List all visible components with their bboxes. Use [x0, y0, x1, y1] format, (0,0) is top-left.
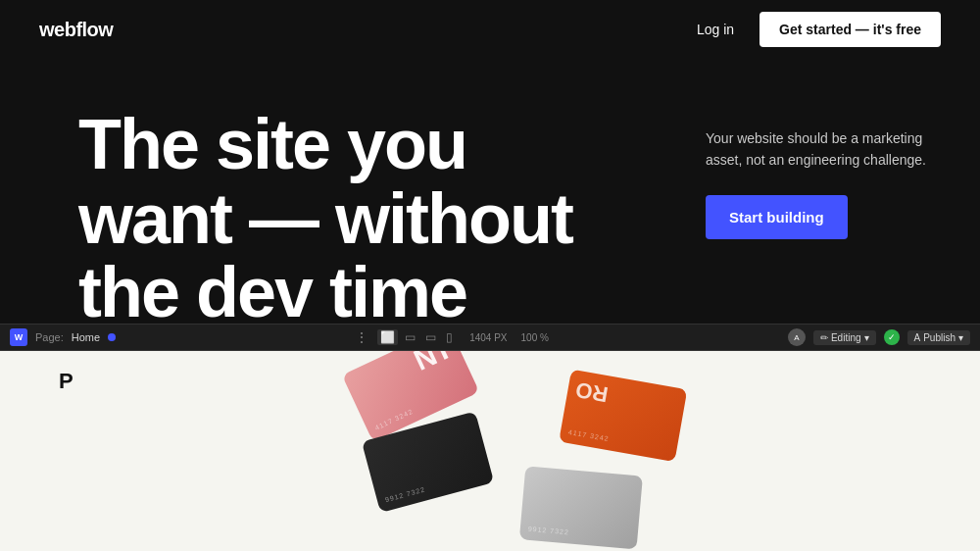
nav-actions: Log in Get started — it's free [681, 12, 941, 47]
editing-mode-button[interactable]: ✏ Editing ▾ [813, 330, 876, 345]
desktop-icon[interactable]: ⬜ [377, 329, 398, 345]
page-label: Page: [35, 331, 64, 343]
card-pink-number: 4117 3242 [373, 408, 414, 431]
hero-headline: The site you want — without the dev time [78, 108, 647, 330]
headline-line3: the dev time [78, 253, 466, 331]
chevron-icon: ▾ [864, 332, 869, 343]
user-avatar: A [788, 328, 806, 346]
card-pink-text: NT [410, 351, 456, 376]
hero-left: The site you want — without the dev time [0, 78, 686, 330]
tablet-icon[interactable]: ▭ [402, 329, 418, 345]
get-started-button[interactable]: Get started — it's free [760, 12, 941, 47]
publish-button[interactable]: A Publish ▾ [907, 330, 970, 345]
preview-brand-logo: P [59, 371, 74, 392]
headline-line1: The site you [78, 105, 466, 183]
start-building-button[interactable]: Start building [706, 195, 848, 239]
canvas-zoom: 100 % [521, 332, 549, 343]
webflow-editor-logo: W [10, 328, 27, 346]
page-name[interactable]: Home [72, 331, 100, 343]
mobile-landscape-icon[interactable]: ▭ [422, 329, 439, 345]
cards-display-area: NT 4117 3242 9912 7322 RO 4117 3242 9912… [294, 351, 980, 551]
publish-label: Publish [923, 332, 956, 343]
card-orange-text: RO [574, 378, 610, 405]
canvas-size: 1404 PX [469, 332, 507, 343]
hero-subtext: Your website should be a marketing asset… [706, 127, 941, 172]
login-button[interactable]: Log in [681, 14, 750, 45]
headline-line2: want — without [78, 179, 572, 258]
more-options-icon[interactable]: ⋮ [355, 329, 369, 345]
hero-right: Your website should be a marketing asset… [686, 78, 980, 239]
card-silver-number: 9912 7322 [528, 526, 570, 536]
credit-card-orange: RO 4117 3242 [559, 370, 687, 463]
credit-card-silver: 9912 7322 [519, 466, 643, 549]
card-dark-number: 9912 7322 [384, 486, 425, 504]
preview-window: P NT 4117 3242 9912 7322 RO 4117 3242 99… [0, 351, 980, 551]
person-icon: A [914, 332, 921, 343]
mobile-portrait-icon[interactable]: ▯ [443, 329, 456, 345]
publish-chevron-icon: ▾ [958, 332, 963, 343]
status-check-icon: ✓ [884, 329, 900, 345]
editor-toolbar: W Page: Home ⋮ ⬜ ▭ ▭ ▯ 1404 PX 100 % A ✏… [0, 324, 980, 351]
editing-label: Editing [831, 332, 861, 343]
pencil-icon: ✏ [820, 332, 828, 343]
preview-content: P NT 4117 3242 9912 7322 RO 4117 3242 99… [0, 351, 980, 551]
device-selector: ⬜ ▭ ▭ ▯ [377, 329, 456, 345]
navbar: webflow Log in Get started — it's free [0, 0, 980, 59]
page-indicator [108, 333, 116, 341]
webflow-logo: webflow [39, 19, 113, 41]
card-orange-number: 4117 3242 [567, 428, 610, 442]
